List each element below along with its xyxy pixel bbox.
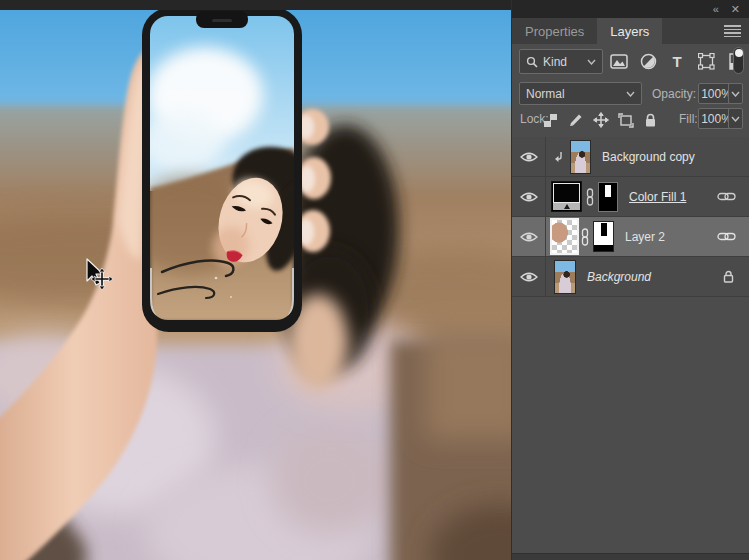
layers-panel: « ✕ Properties Layers Kind T	[511, 0, 749, 560]
link-icon	[717, 191, 736, 202]
fill-label: Fill:	[679, 112, 698, 126]
layers-list: Background copy Color Fill 1	[512, 137, 749, 297]
layer-row-background[interactable]: Background	[512, 257, 749, 297]
fill-dropdown-button[interactable]	[728, 108, 743, 129]
filter-toggle-switch[interactable]	[733, 47, 744, 74]
tab-properties[interactable]: Properties	[512, 18, 597, 44]
chevron-down-icon	[626, 91, 635, 97]
layer-row-background-copy[interactable]: Background copy	[512, 137, 749, 177]
tab-layers[interactable]: Layers	[597, 18, 662, 44]
phone-mockup	[130, 10, 326, 332]
filter-shape-layers-icon[interactable]	[696, 52, 716, 72]
layer-thumbnail[interactable]	[554, 260, 576, 294]
filter-kind-select[interactable]: Kind	[519, 49, 603, 74]
blend-mode-select[interactable]: Normal	[519, 82, 642, 105]
visibility-toggle[interactable]	[512, 137, 546, 176]
panel-titlebar: « ✕	[512, 0, 749, 18]
layer-name[interactable]: Layer 2	[625, 230, 665, 244]
panel-menu-icon[interactable]	[724, 25, 741, 37]
mask-link-icon[interactable]	[586, 188, 594, 206]
filter-adjustment-layers-icon[interactable]	[638, 52, 658, 72]
chevron-down-icon	[731, 116, 740, 122]
collapse-panels-icon[interactable]: «	[713, 4, 719, 15]
lock-pixels-icon[interactable]	[567, 112, 584, 129]
layer-thumbnail[interactable]	[570, 140, 591, 174]
visibility-toggle[interactable]	[512, 217, 546, 256]
layer-row-color-fill-1[interactable]: Color Fill 1	[512, 177, 749, 217]
document-canvas[interactable]	[0, 0, 511, 560]
panel-bottom-edge	[512, 553, 749, 560]
search-icon	[526, 56, 538, 68]
layer-name[interactable]: Color Fill 1	[629, 190, 686, 204]
opacity-label: Opacity:	[652, 87, 696, 101]
eye-icon	[520, 231, 538, 243]
visibility-toggle[interactable]	[512, 257, 546, 296]
lock-position-icon[interactable]	[592, 112, 609, 129]
chevron-down-icon	[731, 91, 740, 97]
lock-artboard-icon[interactable]	[617, 112, 634, 129]
canvas-image[interactable]	[0, 10, 511, 560]
layer-mask-thumbnail[interactable]	[593, 221, 614, 252]
filter-kind-label: Kind	[543, 55, 587, 69]
chevron-down-icon	[587, 59, 596, 65]
layer-name[interactable]: Background copy	[602, 150, 695, 164]
eye-icon	[520, 271, 538, 283]
eye-icon	[520, 151, 538, 163]
panel-tabbar: Properties Layers	[512, 18, 749, 44]
eye-icon	[520, 191, 538, 203]
photoshop-window: « ✕ Properties Layers Kind T	[0, 0, 749, 560]
visibility-toggle[interactable]	[512, 177, 546, 216]
filter-pixel-layers-icon[interactable]	[609, 52, 629, 72]
close-panel-icon[interactable]: ✕	[731, 4, 740, 15]
link-icon	[717, 231, 736, 242]
background-lock-icon[interactable]	[723, 270, 734, 283]
fill-layer-thumbnail[interactable]	[551, 181, 582, 212]
filter-type-layers-icon[interactable]: T	[667, 52, 687, 72]
layer-name[interactable]: Background	[587, 270, 651, 284]
lock-all-icon[interactable]	[642, 112, 659, 129]
layer-thumbnail[interactable]	[552, 220, 577, 253]
blend-mode-value: Normal	[526, 87, 626, 101]
layer-row-layer-2[interactable]: Layer 2	[512, 217, 749, 257]
opacity-dropdown-button[interactable]	[728, 83, 743, 104]
mask-link-icon[interactable]	[581, 228, 589, 246]
lock-transparency-icon[interactable]	[542, 112, 559, 129]
clipping-mask-icon	[553, 151, 564, 163]
layer-mask-thumbnail[interactable]	[598, 182, 618, 212]
